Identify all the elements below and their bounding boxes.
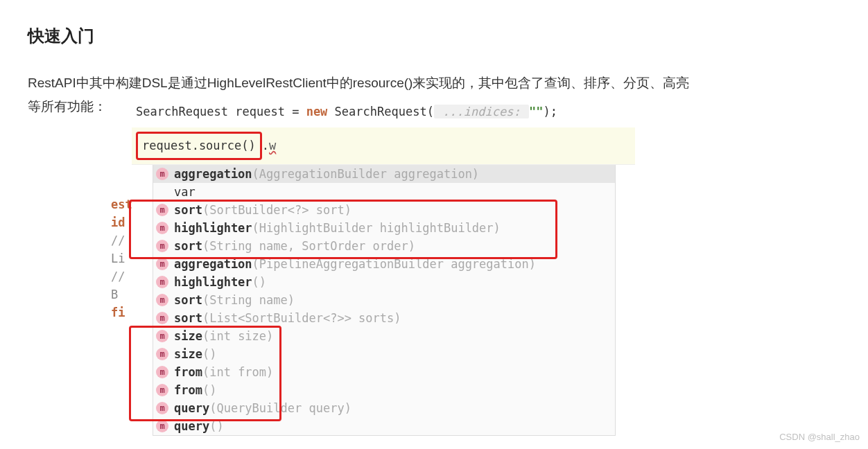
method-icon: m — [156, 168, 168, 180]
method-icon: m — [156, 240, 168, 252]
suggestion-row[interactable]: mfrom() — [153, 381, 615, 399]
suggestion-params: (String name) — [202, 291, 295, 309]
suggestion-name: size — [174, 327, 202, 345]
suggestion-row[interactable]: mhighlighter(HighlightBuilder highlightB… — [153, 219, 615, 237]
suggestion-row[interactable]: msort(SortBuilder<?> sort) — [153, 201, 615, 219]
suggestion-row[interactable]: mfrom(int from) — [153, 363, 615, 381]
method-icon: m — [156, 330, 168, 342]
method-icon: m — [156, 312, 168, 324]
gutter-line: B — [111, 285, 132, 303]
method-icon: m — [156, 366, 168, 378]
gutter: est id // Li // B fi — [111, 195, 132, 322]
code-current-line: request.source().w — [132, 127, 635, 165]
suggestion-name: query — [174, 399, 209, 417]
code-editor: SearchRequest request = new SearchReques… — [132, 97, 635, 436]
param-hint: ...indices: — [434, 105, 529, 118]
suggestion-params: (String name, SortOrder order) — [202, 237, 415, 255]
suggestion-name: sort — [174, 237, 202, 255]
method-icon: m — [156, 294, 168, 306]
section-heading: 快速入门 — [28, 21, 840, 51]
code-text: SearchRequest request = — [136, 105, 306, 118]
suggestion-params: (int size) — [202, 327, 273, 345]
method-icon: m — [156, 276, 168, 288]
suggestion-row[interactable]: msize(int size) — [153, 327, 615, 345]
code-line-1: SearchRequest request = new SearchReques… — [132, 97, 635, 128]
suggestion-row[interactable]: msort(String name, SortOrder order) — [153, 237, 615, 255]
gutter-line: id — [111, 213, 132, 231]
suggestion-row[interactable]: maggregation(PipelineAggregationBuilder … — [153, 255, 615, 273]
watermark: CSDN @shall_zhao — [779, 429, 860, 445]
method-icon: m — [156, 258, 168, 270]
suggestion-row[interactable]: maggregation(AggregationBuilder aggregat… — [153, 165, 615, 183]
suggestion-row[interactable]: msort(String name) — [153, 291, 615, 309]
suggestion-params: (SortBuilder<?> sort) — [202, 201, 351, 219]
gutter-line: Li — [111, 249, 132, 267]
suggestion-row[interactable]: msize() — [153, 345, 615, 363]
code-text: request.source() — [142, 139, 256, 152]
suggestion-params: () — [202, 381, 216, 399]
suggestion-name: aggregation — [174, 255, 252, 273]
suggestion-params: (AggregationBuilder aggregation) — [252, 165, 480, 183]
suggestion-name: sort — [174, 309, 202, 327]
method-icon: m — [156, 420, 168, 432]
suggestion-params: (HighlightBuilder highlightBuilder) — [252, 219, 501, 237]
suggestion-row[interactable]: mquery(QueryBuilder query) — [153, 399, 615, 417]
suggestion-params: () — [209, 417, 223, 435]
suggestion-name: sort — [174, 291, 202, 309]
suggestion-name: highlighter — [174, 219, 252, 237]
string-literal: "" — [529, 105, 543, 118]
method-icon: m — [156, 222, 168, 234]
gutter-line: est — [111, 195, 132, 213]
gutter-line: fi — [111, 303, 132, 322]
suggestion-row[interactable]: mhighlighter() — [153, 273, 615, 291]
paragraph-line1: RestAPI中其中构建DSL是通过HighLevelRestClient中的r… — [28, 76, 689, 90]
keyword-new: new — [306, 105, 328, 118]
suggestion-params: (QueryBuilder query) — [209, 399, 351, 417]
suggestion-name: aggregation — [174, 165, 252, 183]
code-text: SearchRequest( — [327, 105, 434, 118]
suggestion-name: sort — [174, 201, 202, 219]
suggestion-params: (PipelineAggregationBuilder aggregation) — [252, 255, 536, 273]
error-squiggle: w — [269, 139, 276, 152]
gutter-line: // — [111, 231, 132, 249]
suggestion-name: from — [174, 381, 202, 399]
code-text: ); — [543, 105, 557, 118]
suggestion-row[interactable]: mquery() — [153, 417, 615, 435]
method-icon: m — [156, 348, 168, 360]
suggestion-params: () — [202, 345, 216, 363]
suggestion-params: (int from) — [202, 363, 273, 381]
suggestion-row[interactable]: var — [153, 183, 615, 201]
suggestion-params: (List<SortBuilder<?>> sorts) — [202, 309, 401, 327]
suggestion-params: () — [252, 273, 266, 291]
highlight-box-source: request.source() — [136, 132, 262, 160]
suggestion-name: query — [174, 417, 209, 435]
suggestion-row[interactable]: msort(List<SortBuilder<?>> sorts) — [153, 309, 615, 327]
suggestion-name: highlighter — [174, 273, 252, 291]
code-text: . — [262, 139, 269, 152]
method-icon: m — [156, 402, 168, 414]
paragraph-line2: 等所有功能： — [28, 99, 107, 114]
suggestion-name: size — [174, 345, 202, 363]
autocomplete-popup[interactable]: maggregation(AggregationBuilder aggregat… — [153, 165, 616, 436]
method-icon: m — [156, 384, 168, 396]
gutter-line: // — [111, 267, 132, 285]
suggestion-var: var — [156, 183, 196, 201]
suggestion-name: from — [174, 363, 202, 381]
method-icon: m — [156, 204, 168, 216]
